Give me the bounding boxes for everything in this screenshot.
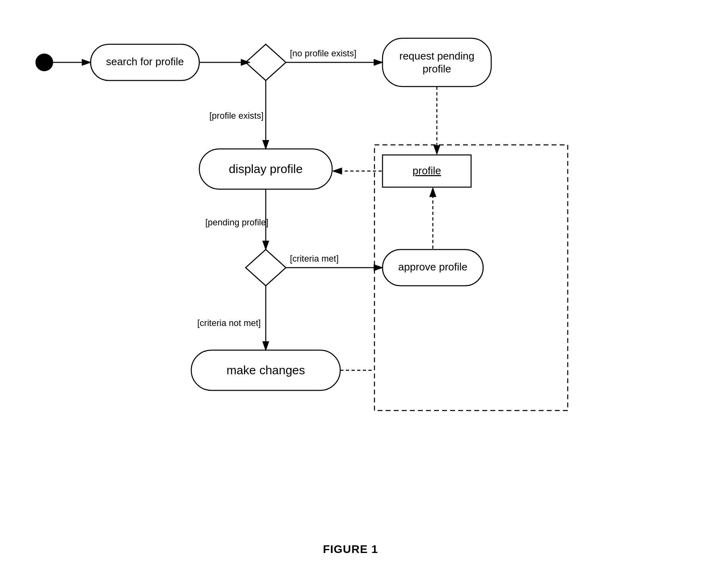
request-pending-profile-label: request pending — [399, 50, 474, 62]
decision1-node — [246, 44, 286, 80]
guard-pending-profile-label: [pending profile] — [205, 217, 269, 227]
guard-profile-exists-label: [profile exists] — [209, 111, 264, 121]
profile-box-label: profile — [413, 165, 441, 177]
make-changes-label: make changes — [226, 363, 305, 377]
guard-criteria-not-met-label: [criteria not met] — [197, 318, 261, 328]
guard-no-profile-label: [no profile exists] — [290, 48, 356, 58]
figure-label: FIGURE 1 — [323, 543, 378, 556]
decision2-node — [246, 250, 286, 286]
approve-profile-label: approve profile — [398, 261, 467, 273]
initial-state — [35, 54, 53, 71]
request-pending-profile-label2: profile — [423, 63, 451, 75]
display-profile-label: display profile — [229, 162, 302, 175]
diagram-container: search for profile [no profile exists] r… — [0, 0, 701, 588]
request-pending-profile-node — [383, 38, 491, 87]
search-for-profile-label: search for profile — [106, 56, 184, 68]
guard-criteria-met-label: [criteria met] — [290, 254, 339, 264]
